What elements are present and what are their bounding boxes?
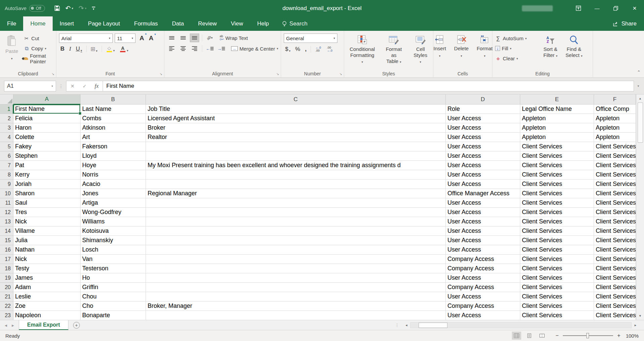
cell-A12[interactable]: Tres (13, 208, 80, 217)
italic-button[interactable]: I (68, 46, 72, 52)
horizontal-scrollbar-thumb[interactable] (419, 323, 447, 328)
cell-D2[interactable]: User Access (446, 114, 520, 123)
row-header-13[interactable]: 13 (0, 217, 13, 226)
autosum-button[interactable]: ∑AutoSum▾ (495, 34, 538, 43)
cell-A4[interactable]: Colette (13, 133, 80, 142)
cut-button[interactable]: ✂Cut (23, 34, 54, 43)
cell-E1[interactable]: Legal Office Name (520, 105, 594, 114)
cell-F2[interactable]: Appleton (594, 114, 636, 123)
middle-align-button[interactable] (178, 33, 188, 42)
percent-style-button[interactable]: % (294, 46, 302, 53)
row-header-1[interactable]: 1 (0, 105, 13, 114)
row-header-7[interactable]: 7 (0, 161, 13, 170)
cell-E20[interactable]: Client Services (520, 283, 594, 292)
cell-E8[interactable]: Client Services (520, 170, 594, 180)
cell-C12[interactable] (146, 208, 446, 217)
find-select-button[interactable]: Find &Select ▾ (563, 33, 585, 69)
cell-F8[interactable]: Client Services (594, 170, 636, 180)
share-button[interactable]: Share (605, 16, 644, 31)
cell-D9[interactable]: User Access (446, 180, 520, 189)
cell-C13[interactable] (146, 217, 446, 226)
cell-C15[interactable] (146, 236, 446, 245)
redo-button[interactable]: ↷▾ (78, 4, 86, 12)
vertical-scrollbar[interactable]: ▲ ▼ (636, 94, 644, 320)
cell-C9[interactable] (146, 180, 446, 189)
chevron-down-icon[interactable]: ▾ (277, 47, 278, 50)
cell-B5[interactable]: Fakerson (80, 142, 146, 151)
cell-A23[interactable]: Napoleon (13, 311, 80, 320)
cell-B23[interactable]: Bonaparte (80, 311, 146, 320)
increase-decimal-button[interactable]: ←.0.00 (314, 45, 323, 54)
cell-B11[interactable]: Artiga (80, 198, 146, 208)
close-button[interactable]: ✕ (625, 0, 644, 16)
chevron-down-icon[interactable]: ▾ (484, 53, 486, 59)
cell-B14[interactable]: Kotoisuva (80, 226, 146, 236)
font-dialog-launcher-icon[interactable]: ↘ (160, 72, 162, 76)
cell-A21[interactable]: Leslie (13, 292, 80, 301)
cell-C11[interactable] (146, 198, 446, 208)
cell-A7[interactable]: Pat (13, 161, 80, 170)
cell-F12[interactable]: Client Services (594, 208, 636, 217)
save-button[interactable] (54, 5, 60, 11)
cell-D18[interactable]: Company Access (446, 264, 520, 273)
cell-C1[interactable]: Job Title (146, 105, 446, 114)
cell-A8[interactable]: Kerry (13, 170, 80, 180)
fill-color-button[interactable]: ◇ ▾ (105, 46, 116, 52)
tab-insert[interactable]: Insert (53, 16, 81, 31)
row-header-23[interactable]: 23 (0, 311, 13, 320)
insert-function-icon[interactable]: fx (91, 83, 103, 89)
cell-C2[interactable]: Licensed Agent Assistant (146, 114, 446, 123)
chevron-down-icon[interactable]: ▾ (127, 49, 128, 52)
cell-C22[interactable]: Broker, Manager (146, 301, 446, 311)
cell-A14[interactable]: Villame (13, 226, 80, 236)
cell-C7[interactable]: My Moxi Present training has been excell… (146, 161, 446, 170)
format-as-table-button[interactable]: Format asTable ▾ (380, 33, 407, 69)
tab-help[interactable]: Help (250, 16, 276, 31)
chevron-down-icon[interactable]: ▾ (461, 53, 462, 59)
cell-A2[interactable]: Felicia (13, 114, 80, 123)
cell-C4[interactable]: Realtor (146, 133, 446, 142)
row-header-17[interactable]: 17 (0, 255, 13, 264)
decrease-font-size-button[interactable]: A (149, 35, 154, 42)
cell-F14[interactable]: Client Services (594, 226, 636, 236)
chevron-down-icon[interactable]: ▾ (510, 47, 512, 50)
cell-E7[interactable]: Client Services (520, 161, 594, 170)
cell-E4[interactable]: Appleton (520, 133, 594, 142)
tab-home[interactable]: Home (23, 16, 52, 31)
cell-D8[interactable]: User Access (446, 170, 520, 180)
row-header-22[interactable]: 22 (0, 301, 13, 311)
zoom-slider[interactable] (563, 335, 613, 336)
cell-D12[interactable]: User Access (446, 208, 520, 217)
font-family-select[interactable]: Arial▾ (59, 33, 113, 43)
tab-page-layout[interactable]: Page Layout (81, 16, 127, 31)
column-header-C[interactable]: C (146, 94, 446, 105)
column-header-E[interactable]: E (520, 94, 594, 105)
row-header-14[interactable]: 14 (0, 226, 13, 236)
cell-A5[interactable]: Fakey (13, 142, 80, 151)
cell-A15[interactable]: Julia (13, 236, 80, 245)
chevron-down-icon[interactable]: ▾ (517, 57, 518, 60)
clear-button[interactable]: ◆Clear▾ (495, 54, 538, 63)
cell-B10[interactable]: Jones (80, 189, 146, 198)
autosave-toggle[interactable]: AutoSave Off (5, 5, 45, 12)
merge-center-button[interactable]: ↔ Merge & Center ▾ (231, 45, 278, 53)
customize-quick-access-button[interactable]: ▾ (92, 7, 95, 10)
cell-E15[interactable]: Client Services (520, 236, 594, 245)
cell-D13[interactable]: User Access (446, 217, 520, 226)
cell-C16[interactable] (146, 245, 446, 255)
vertical-scrollbar-thumb[interactable] (638, 103, 643, 143)
cell-E17[interactable]: Client Services (520, 255, 594, 264)
row-header-19[interactable]: 19 (0, 273, 13, 283)
cell-B22[interactable]: Cho (80, 301, 146, 311)
row-header-9[interactable]: 9 (0, 180, 13, 189)
cell-F5[interactable]: Client Services (594, 142, 636, 151)
align-center-button[interactable] (178, 44, 188, 53)
cell-F22[interactable]: Client Services (594, 301, 636, 311)
cell-D6[interactable]: User Access (446, 151, 520, 161)
cell-C6[interactable] (146, 151, 446, 161)
cell-B2[interactable]: Combs (80, 114, 146, 123)
cell-A6[interactable]: Stephen (13, 151, 80, 161)
delete-cells-button[interactable]: Delete ▾ (451, 33, 471, 69)
cell-B21[interactable]: Chou (80, 292, 146, 301)
cell-A16[interactable]: Nathan (13, 245, 80, 255)
